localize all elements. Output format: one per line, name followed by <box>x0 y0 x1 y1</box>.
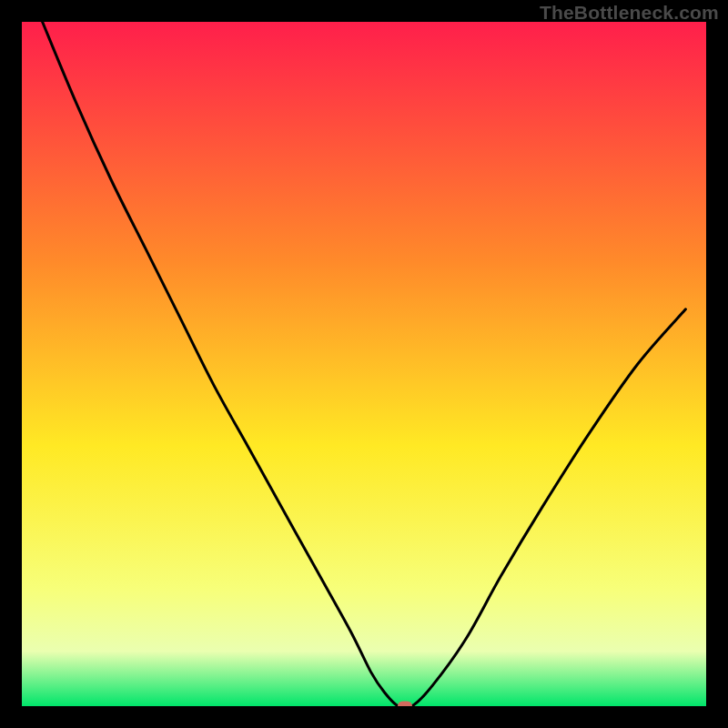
plot-area <box>22 22 706 706</box>
optimal-point-marker <box>398 702 412 707</box>
chart-frame: TheBottleneck.com <box>0 0 728 728</box>
bottleneck-curve <box>22 22 706 706</box>
watermark-text: TheBottleneck.com <box>540 2 719 24</box>
